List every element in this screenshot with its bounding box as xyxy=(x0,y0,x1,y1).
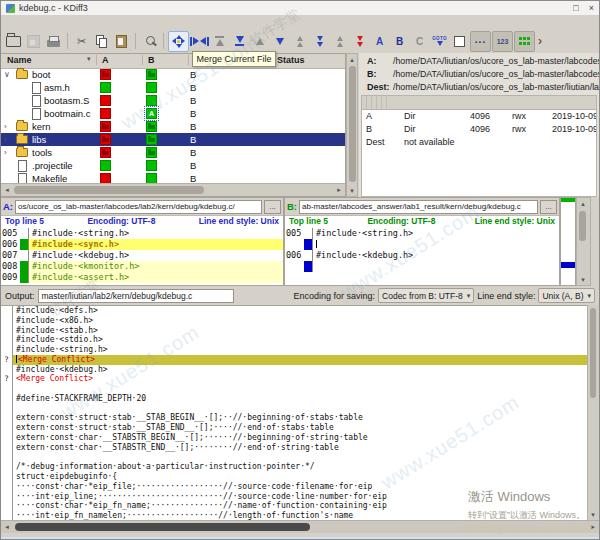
table-header-cell[interactable] xyxy=(382,96,387,109)
scroll-up-icon[interactable]: ▴ xyxy=(346,54,358,65)
sort-chevron-icon[interactable]: ▾ xyxy=(87,55,91,63)
merge-current-file-button[interactable] xyxy=(190,32,209,51)
output-horizontal-scrollbar[interactable]: ◂ ▸ xyxy=(1,520,599,533)
go-next-conflict-button[interactable] xyxy=(310,32,329,51)
output-line[interactable]: #include·<stab.h> xyxy=(1,326,599,336)
merge-output-editor[interactable]: #include·<defs.h> #include·<x86.h> #incl… xyxy=(1,305,599,521)
print-button[interactable] xyxy=(44,32,63,51)
code-line[interactable]: 008 #include·<kmonitor.h> xyxy=(1,261,283,272)
hscroll-thumb[interactable] xyxy=(15,523,310,531)
tree-vscroll-thumb[interactable] xyxy=(349,66,356,182)
pane-a-code[interactable]: 005 #include·<string.h> 006 #include·<sy… xyxy=(1,228,283,285)
diff-windows-button[interactable] xyxy=(514,31,535,52)
output-line[interactable]: #include·<stdio.h> xyxy=(1,335,599,345)
tree-horizontal-scrollbar[interactable]: ◂ ▸ xyxy=(1,183,345,196)
copy-button[interactable] xyxy=(92,32,111,51)
output-line[interactable] xyxy=(1,404,599,414)
code-line[interactable]: 006 #include·<kdebug.h> xyxy=(285,250,559,261)
tree-vertical-scrollbar[interactable]: ▴ ▾ xyxy=(346,53,358,197)
code-line[interactable]: 005 #include·<string.h> xyxy=(285,228,559,239)
scroll-right-icon[interactable]: ▸ xyxy=(587,521,599,532)
table-row[interactable]: Dest not available xyxy=(362,136,596,149)
output-vscroll-thumb[interactable] xyxy=(590,308,596,398)
tree-row[interactable]: bootmain.c A B xyxy=(1,107,345,120)
cut-button[interactable]: ✂ xyxy=(72,32,91,51)
output-line[interactable]: ····const·char·*eip_file;···············… xyxy=(1,482,599,492)
output-line[interactable]: ? <Merge Conflict> xyxy=(1,374,599,384)
diff-vscroll-thumb[interactable] xyxy=(579,211,586,241)
auto-advance-button[interactable]: GOTO xyxy=(430,32,449,51)
go-next-delta-button[interactable] xyxy=(270,32,289,51)
column-header-name[interactable]: Name xyxy=(7,55,32,65)
expander-icon[interactable]: › xyxy=(4,133,14,146)
output-line[interactable]: extern·const·struct·stab·__STAB_BEGIN__·… xyxy=(1,413,599,423)
table-row[interactable]: B Dir 4096 rwx 2019-10-09 18:44 xyxy=(362,123,596,136)
select-c-button[interactable]: C xyxy=(410,32,429,51)
output-line[interactable]: #include·<x86.h> xyxy=(1,316,599,326)
pane-a-browse-button[interactable]: ... xyxy=(264,200,281,214)
scroll-left-icon[interactable]: ◂ xyxy=(1,521,13,532)
scroll-up-icon[interactable]: ▴ xyxy=(577,198,589,209)
scroll-down-icon[interactable]: ▾ xyxy=(346,185,358,196)
line-end-select[interactable]: Unix (A, B) ▾ xyxy=(538,288,595,303)
output-line[interactable]: ····const·char·*eip_fn_name;············… xyxy=(1,501,599,511)
find-button[interactable] xyxy=(140,32,159,51)
diff-overview-column[interactable] xyxy=(560,197,576,286)
expander-icon[interactable]: › xyxy=(4,120,14,133)
pane-b-path-input[interactable]: ab-master/labcodes_answer/lab1_result/ke… xyxy=(299,200,538,214)
tree-row[interactable]: bootasm.S B xyxy=(1,94,345,107)
output-line[interactable]: #include·<string.h> xyxy=(1,345,599,355)
output-line[interactable]: /*·debug·information·about·a·particular·… xyxy=(1,462,599,472)
expander-icon[interactable]: › xyxy=(4,146,14,159)
pane-a-path-input[interactable]: /os/ucore_os_lab-master/labcodes/lab2/ke… xyxy=(15,200,262,214)
maximize-button[interactable]: □ xyxy=(573,3,578,13)
go-prev-conflict-button[interactable] xyxy=(290,32,309,51)
column-header-b[interactable]: B xyxy=(148,55,155,65)
tree-row[interactable]: ∨ boot B xyxy=(1,68,345,81)
tree-row[interactable]: › tools B xyxy=(1,146,345,159)
go-prev-unsolved-button[interactable] xyxy=(330,32,349,51)
output-line[interactable]: #include·<kdebug.h> xyxy=(1,365,599,375)
output-line[interactable]: struct·eipdebuginfo·{ xyxy=(1,472,599,482)
output-path-input[interactable]: master/liutian/lab2/kern/debug/kdebug.c xyxy=(38,289,234,303)
output-line[interactable]: #include·<defs.h> xyxy=(1,306,599,316)
open-file-button[interactable] xyxy=(4,32,23,51)
encoding-select[interactable]: Codec from B: UTF-8 ▾ xyxy=(378,288,474,303)
go-prev-delta-button[interactable] xyxy=(250,32,269,51)
output-vertical-scrollbar[interactable]: ▾ xyxy=(587,305,599,520)
output-line[interactable] xyxy=(1,452,599,462)
go-last-delta-button[interactable] xyxy=(230,32,249,51)
scroll-down-icon[interactable]: ▾ xyxy=(587,509,599,520)
output-line[interactable]: extern·const·struct·stab·__STAB_END__·[]… xyxy=(1,423,599,433)
toolbar-overflow-button[interactable]: › xyxy=(538,34,542,48)
show-whitespace-button[interactable]: ... xyxy=(470,31,491,52)
code-line[interactable] xyxy=(285,261,559,272)
select-b-button[interactable]: B xyxy=(390,32,409,51)
column-header-a[interactable]: A xyxy=(102,55,109,65)
save-button[interactable] xyxy=(24,32,43,51)
diff-vertical-scrollbar[interactable]: ▴ ▾ xyxy=(576,197,591,286)
paste-button[interactable] xyxy=(112,32,131,51)
output-line[interactable] xyxy=(1,384,599,394)
show-line-numbers-button[interactable]: 123 xyxy=(492,31,513,52)
scroll-left-icon[interactable]: ◂ xyxy=(1,184,13,195)
code-line[interactable]: 009 #include·<assert.h> xyxy=(1,272,283,283)
output-line[interactable]: #define·STACKFRAME_DEPTH·20 xyxy=(1,394,599,404)
tree-hscroll-thumb[interactable] xyxy=(14,186,204,194)
tree-row[interactable]: › libs B xyxy=(1,133,345,146)
pane-b-code[interactable]: 005 #include·<string.h> 006 #include·<kd… xyxy=(285,228,559,285)
expander-icon[interactable]: ∨ xyxy=(4,68,14,81)
tree-row[interactable]: .projectile B xyxy=(1,159,345,172)
tree-row[interactable]: asm.h B xyxy=(1,81,345,94)
go-current-delta-button[interactable] xyxy=(168,31,189,52)
output-line[interactable]: extern·const·char·__STABSTR_END__·[];···… xyxy=(1,443,599,453)
code-line[interactable] xyxy=(285,239,559,250)
tree-row[interactable]: › kern B xyxy=(1,120,345,133)
go-next-unsolved-button[interactable] xyxy=(350,32,369,51)
go-first-delta-button[interactable] xyxy=(210,32,229,51)
code-line[interactable]: 005 #include·<string.h> xyxy=(1,228,283,239)
code-line[interactable]: 006 #include·<sync.h> xyxy=(1,239,283,250)
column-header-status[interactable]: Status xyxy=(277,55,305,65)
select-a-button[interactable]: A xyxy=(370,32,389,51)
table-row[interactable]: A Dir 4096 rwx 2019-10-09 18:44 xyxy=(362,110,596,123)
